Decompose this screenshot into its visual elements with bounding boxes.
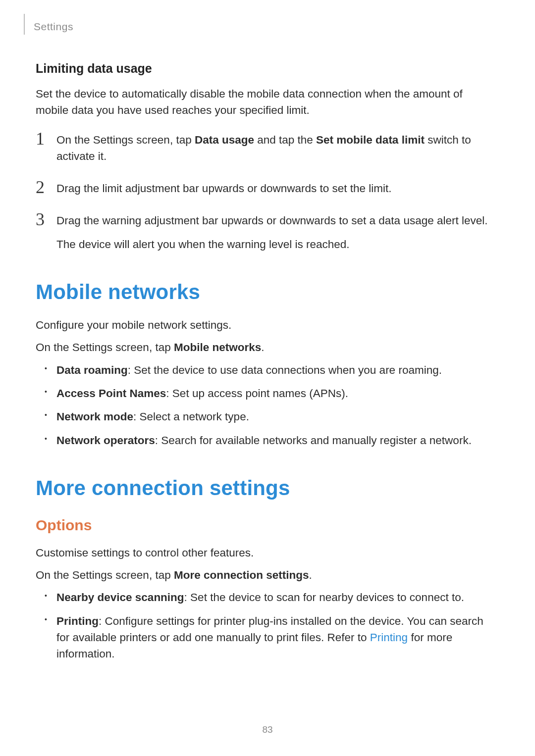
item-desc: : Select a network type. bbox=[133, 410, 249, 423]
item-label: Access Point Names bbox=[56, 387, 166, 400]
list-item: Access Point Names: Set up access point … bbox=[36, 385, 495, 402]
para-mobile-intro: Configure your mobile network settings. bbox=[36, 317, 495, 333]
step-2: 2 Drag the limit adjustment bar upwards … bbox=[36, 180, 495, 197]
steps-list: 1 On the Settings screen, tap Data usage… bbox=[36, 132, 495, 252]
breadcrumb: Settings bbox=[34, 21, 73, 33]
list-item: Nearby device scanning: Set the device t… bbox=[36, 589, 495, 605]
text-fragment: On the Settings screen, tap bbox=[36, 341, 174, 353]
item-label: Data roaming bbox=[56, 364, 128, 376]
item-label: Nearby device scanning bbox=[56, 591, 184, 604]
item-desc: : Set up access point names (APNs). bbox=[166, 387, 348, 400]
heading-more-connection-settings: More connection settings bbox=[36, 476, 495, 500]
step-subtext: The device will alert you when the warni… bbox=[56, 236, 495, 252]
item-label: Printing bbox=[56, 615, 99, 627]
step-1: 1 On the Settings screen, tap Data usage… bbox=[36, 132, 495, 165]
text-fragment: and tap the bbox=[254, 134, 316, 146]
header-rule-icon bbox=[24, 14, 25, 35]
text-fragment: . bbox=[261, 341, 264, 353]
mobile-options-list: Data roaming: Set the device to use data… bbox=[36, 362, 495, 449]
list-item: Network mode: Select a network type. bbox=[36, 408, 495, 425]
text-bold: Data usage bbox=[195, 134, 254, 146]
heading-options: Options bbox=[36, 517, 495, 534]
para-options-nav: On the Settings screen, tap More connect… bbox=[36, 567, 495, 583]
step-text: On the Settings screen, tap Data usage a… bbox=[56, 134, 471, 162]
item-label: Network mode bbox=[56, 410, 133, 423]
text-bold: More connection settings bbox=[174, 569, 309, 581]
text-fragment: . bbox=[309, 569, 312, 581]
text-fragment: On the Settings screen, tap bbox=[36, 569, 174, 581]
item-desc: : Set the device to use data connections… bbox=[128, 364, 442, 376]
heading-limiting-data-usage: Limiting data usage bbox=[36, 61, 495, 76]
list-item: Data roaming: Set the device to use data… bbox=[36, 362, 495, 378]
text-bold: Mobile networks bbox=[174, 341, 261, 353]
text-fragment: On the Settings screen, tap bbox=[56, 134, 195, 146]
heading-mobile-networks: Mobile networks bbox=[36, 280, 495, 304]
para-mobile-nav: On the Settings screen, tap Mobile netwo… bbox=[36, 339, 495, 355]
para-limiting-intro: Set the device to automatically disable … bbox=[36, 86, 495, 119]
item-desc: : Set the device to scan for nearby devi… bbox=[184, 591, 464, 604]
step-number: 3 bbox=[36, 206, 45, 233]
step-text: Drag the warning adjustment bar upwards … bbox=[56, 214, 487, 227]
text-bold: Set mobile data limit bbox=[316, 134, 425, 146]
para-options-intro: Customise settings to control other feat… bbox=[36, 545, 495, 561]
item-label: Network operators bbox=[56, 434, 155, 447]
page-header: Settings bbox=[36, 19, 495, 33]
step-3: 3 Drag the warning adjustment bar upward… bbox=[36, 212, 495, 252]
page-number: 83 bbox=[0, 724, 535, 735]
step-number: 2 bbox=[36, 174, 45, 201]
item-desc: : Search for available networks and manu… bbox=[155, 434, 472, 447]
list-item: Printing: Configure settings for printer… bbox=[36, 613, 495, 662]
link-printing[interactable]: Printing bbox=[370, 631, 408, 644]
step-number: 1 bbox=[36, 126, 45, 152]
list-item: Network operators: Search for available … bbox=[36, 432, 495, 449]
more-options-list: Nearby device scanning: Set the device t… bbox=[36, 589, 495, 662]
step-text: Drag the limit adjustment bar upwards or… bbox=[56, 182, 392, 195]
